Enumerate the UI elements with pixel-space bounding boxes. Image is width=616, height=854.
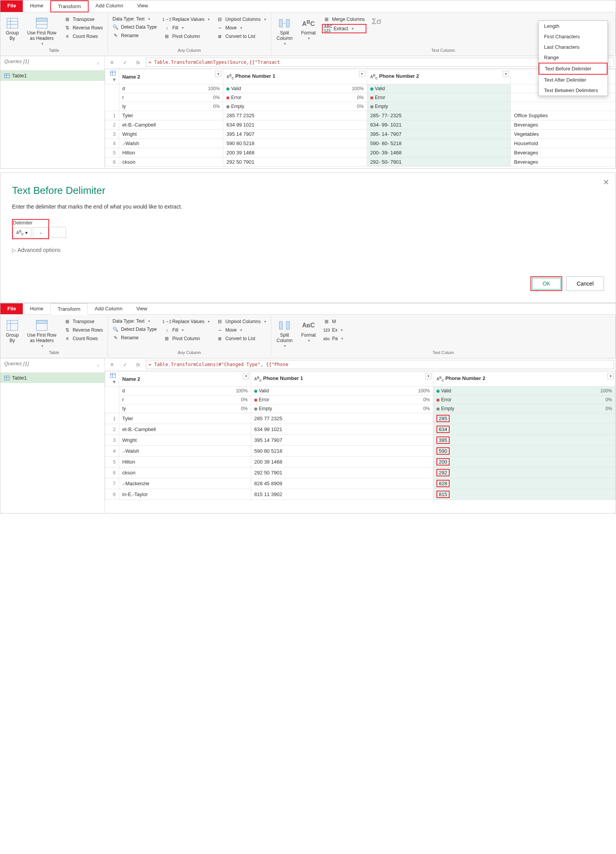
- cell-name[interactable]: Hilton: [119, 148, 223, 157]
- fx-icon[interactable]: fx: [133, 58, 144, 67]
- fill-button[interactable]: ↓Fill: [162, 24, 211, 32]
- cell-phone1[interactable]: 285 77 2325: [251, 413, 433, 424]
- replace-values-button[interactable]: 1→2Replace Values: [162, 15, 211, 23]
- cell-category[interactable]: Beverages: [511, 120, 616, 130]
- accept-formula-icon[interactable]: ✓: [120, 58, 130, 67]
- ok-button[interactable]: OK: [532, 278, 561, 289]
- extract-button[interactable]: ABC123Extract: [322, 24, 366, 33]
- cell-phone1[interactable]: 200 39 1468: [251, 457, 433, 467]
- query-table1[interactable]: Table1: [0, 373, 104, 383]
- file-tab[interactable]: File: [0, 303, 23, 314]
- cell-phone2[interactable]: 200- 39- 1468: [367, 148, 511, 157]
- use-first-row-button[interactable]: Use First Row as Headers: [25, 15, 58, 47]
- cell-phone2[interactable]: 828: [433, 478, 616, 489]
- file-tab[interactable]: File: [0, 0, 23, 12]
- detect-data-type-button[interactable]: 🔍Detect Data Type: [111, 325, 159, 333]
- formula-bar-input[interactable]: [146, 360, 614, 369]
- delimiter-type-selector[interactable]: ABC ▾: [13, 228, 31, 238]
- rename-button[interactable]: ✎Rename: [111, 334, 159, 342]
- replace-values-button[interactable]: 1→2Replace Values: [162, 318, 211, 325]
- cell-name[interactable]: in-E.-Taylor: [119, 489, 251, 500]
- menu-range[interactable]: Range: [539, 52, 607, 63]
- view-tab[interactable]: View: [130, 0, 155, 12]
- cell-phone2[interactable]: 285: [433, 413, 616, 424]
- cell-phone1[interactable]: 634 99 1021: [223, 120, 367, 130]
- count-rows-button[interactable]: ≡Count Rows: [63, 335, 104, 342]
- col-phone2[interactable]: ABC Phone Number 2▾: [433, 371, 616, 387]
- cell-phone1[interactable]: 292 50 7901: [251, 467, 433, 478]
- cell-phone1[interactable]: 395 14 7907: [223, 130, 367, 139]
- cell-name[interactable]: .-Walsh: [119, 139, 223, 148]
- cell-category[interactable]: Office Supplies: [511, 111, 616, 120]
- cell-category[interactable]: Beverages: [511, 148, 616, 157]
- row-number[interactable]: 4: [105, 446, 119, 457]
- home-tab[interactable]: Home: [23, 0, 50, 12]
- close-dialog-icon[interactable]: ✕: [603, 178, 609, 187]
- extract-button[interactable]: 123Ex: [322, 326, 345, 334]
- cell-name[interactable]: .-Mackenzie: [119, 478, 251, 489]
- transpose-button[interactable]: ⊞Transpose: [63, 318, 104, 325]
- menu-text-between-delimiters[interactable]: Text Between Delimiters: [539, 85, 607, 96]
- group-by-button[interactable]: Group By: [3, 15, 21, 47]
- split-column-button[interactable]: Split Column: [274, 15, 295, 47]
- cell-phone2[interactable]: 200: [433, 457, 616, 467]
- move-button[interactable]: ↔Move: [215, 24, 267, 32]
- row-number[interactable]: 5: [105, 148, 119, 157]
- cell-phone1[interactable]: 200 39 1468: [223, 148, 367, 157]
- addcolumn-tab[interactable]: Add Column: [89, 0, 130, 12]
- col-phone1[interactable]: ABC Phone Number 1▾: [251, 371, 433, 387]
- cell-name[interactable]: Hilton: [119, 457, 251, 467]
- pivot-column-button[interactable]: ⊞Pivot Column: [162, 335, 211, 342]
- cell-name[interactable]: Tyler: [119, 111, 223, 120]
- cell-name[interactable]: Wright: [119, 130, 223, 139]
- count-rows-button[interactable]: ≡Count Rows: [63, 33, 104, 40]
- transform-tab[interactable]: Transform: [50, 0, 89, 12]
- split-column-button[interactable]: Split Column: [274, 318, 295, 349]
- view-tab[interactable]: View: [129, 303, 154, 314]
- fill-button[interactable]: ↓Fill: [162, 326, 211, 334]
- row-number[interactable]: 4: [105, 139, 119, 148]
- merge-columns-button[interactable]: ⊞M: [322, 318, 345, 325]
- reverse-rows-button[interactable]: ⇅Reverse Rows: [63, 326, 104, 334]
- fx-icon[interactable]: fx: [133, 360, 144, 369]
- menu-text-before-delimiter[interactable]: Text Before Delimiter: [539, 63, 607, 75]
- addcolumn-tab[interactable]: Add Column: [88, 303, 130, 314]
- advanced-options-toggle[interactable]: Advanced options: [12, 247, 604, 253]
- cell-phone1[interactable]: 828 45 8909: [251, 478, 433, 489]
- cancel-button[interactable]: Cancel: [566, 276, 604, 291]
- rename-button[interactable]: ✎Rename: [111, 32, 159, 39]
- unpivot-button[interactable]: ⊟Unpivot Columns: [215, 15, 267, 23]
- row-number[interactable]: 1: [105, 413, 119, 424]
- row-number[interactable]: 6: [105, 467, 119, 478]
- delimiter-input-ext[interactable]: [51, 227, 66, 238]
- delimiter-input[interactable]: [33, 227, 48, 238]
- merge-columns-button[interactable]: ⊞Merge Columns: [322, 15, 366, 23]
- row-number[interactable]: 3: [105, 435, 119, 446]
- cell-name[interactable]: et-B.-Campbell: [119, 120, 223, 130]
- row-number[interactable]: 2: [105, 120, 119, 130]
- cell-phone1[interactable]: 395 14 7907: [251, 435, 433, 446]
- cell-phone2[interactable]: 590: [433, 446, 616, 457]
- cell-phone2[interactable]: 815: [433, 489, 616, 500]
- filter-icon[interactable]: ▾: [503, 71, 509, 77]
- col-name2[interactable]: Name 2▾: [119, 371, 251, 387]
- row-number[interactable]: 1: [105, 111, 119, 120]
- accept-formula-icon[interactable]: ✓: [120, 360, 130, 369]
- row-number[interactable]: 8: [105, 489, 119, 500]
- row-number[interactable]: 5: [105, 457, 119, 467]
- menu-length[interactable]: Length: [539, 21, 607, 31]
- format-button[interactable]: ABC Format: [299, 318, 318, 349]
- row-number[interactable]: 7: [105, 478, 119, 489]
- data-type-button[interactable]: Data Type: Text: [111, 318, 159, 325]
- cell-name[interactable]: Wright: [119, 435, 251, 446]
- move-button[interactable]: ↔Move: [215, 326, 267, 334]
- parse-button[interactable]: abcPa: [322, 335, 345, 342]
- filter-icon[interactable]: ▾: [215, 71, 221, 77]
- cell-phone1[interactable]: 815 11 3902: [251, 489, 433, 500]
- row-number[interactable]: 6: [105, 157, 119, 167]
- cell-phone2[interactable]: 292- 50- 7901: [367, 157, 511, 167]
- transform-tab[interactable]: Transform: [50, 303, 88, 315]
- cancel-formula-icon[interactable]: ✕: [106, 58, 117, 67]
- cell-name[interactable]: et-B.-Campbell: [119, 424, 251, 435]
- convert-to-list-button[interactable]: ≣Convert to List: [215, 335, 267, 342]
